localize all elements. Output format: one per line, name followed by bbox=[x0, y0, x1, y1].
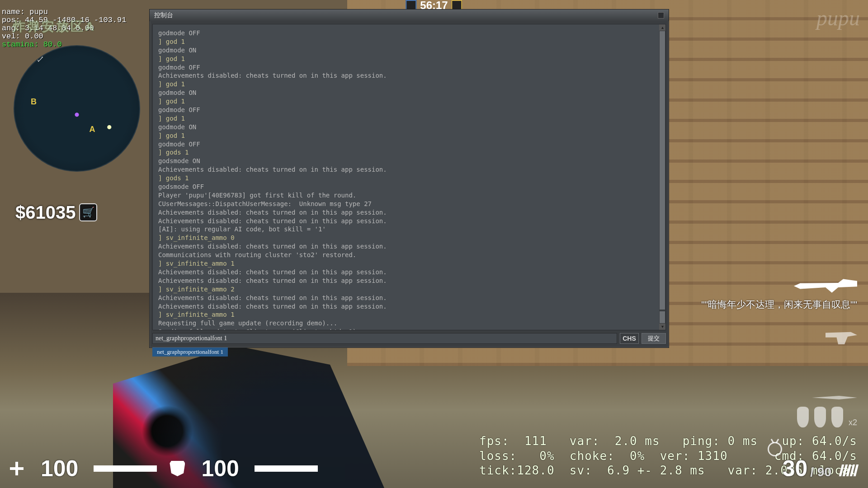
player-watermark: pupu bbox=[816, 7, 860, 29]
scroll-down-button[interactable]: ▾ bbox=[659, 324, 665, 330]
primary-weapon-name: ""暗悔年少不达理，闲来无事自叹息"" bbox=[701, 298, 857, 311]
console-line: godmode ON bbox=[158, 46, 660, 55]
developer-console[interactable]: 控制台 godmode OFF] god 1godmode ON] god 1g… bbox=[149, 9, 669, 348]
console-output[interactable]: godmode OFF] god 1godmode ON] god 1godmo… bbox=[152, 24, 666, 330]
console-line: Achievements disabled: cheats turned on … bbox=[158, 302, 660, 311]
console-input-row: CHS 提交 net_graphproportionalfont 1 bbox=[150, 333, 669, 347]
site-callout: 炸弹安放区A bbox=[13, 18, 96, 35]
scroll-thumb[interactable] bbox=[660, 31, 665, 310]
ammo-bullets-icon bbox=[840, 465, 857, 476]
console-line: CUserMessages::DispatchUserMessage: Unkn… bbox=[158, 200, 660, 208]
radar: ▷ B A bbox=[14, 45, 140, 172]
console-close-button[interactable] bbox=[658, 12, 664, 19]
ammo-reserve: / 90 bbox=[810, 466, 831, 479]
showpos-stamina: stamina: 80.0 bbox=[2, 40, 62, 49]
console-line: [AI]: using regular AI code, bot skill =… bbox=[158, 225, 660, 234]
console-line: Achievements disabled: cheats turned on … bbox=[158, 294, 660, 302]
health-value: 100 bbox=[41, 457, 78, 480]
health-icon bbox=[9, 461, 24, 476]
console-line: Achievements disabled: cheats turned on … bbox=[158, 165, 660, 174]
showpos-name: name: pupu bbox=[2, 8, 48, 16]
console-line: Communications with routing cluster 'sto… bbox=[158, 251, 660, 259]
knife-icon bbox=[812, 392, 857, 404]
console-line: ] god 1 bbox=[158, 80, 660, 89]
console-line: Sending full update to Client pupu (Clie… bbox=[158, 328, 660, 330]
console-line: ] sv_infinite_ammo 2 bbox=[158, 285, 660, 294]
console-line: Achievements disabled: cheats turned on … bbox=[158, 71, 660, 80]
primary-weapon-icon bbox=[794, 276, 857, 295]
console-line: Achievements disabled: cheats turned on … bbox=[158, 277, 660, 285]
console-line: godmode OFF bbox=[158, 29, 660, 38]
console-line: ] sv_infinite_ammo 0 bbox=[158, 234, 660, 242]
armor-value: 100 bbox=[201, 457, 239, 480]
hud-health-armor: 100 100 bbox=[9, 457, 318, 480]
ime-indicator[interactable]: CHS bbox=[620, 333, 639, 344]
console-line: Achievements disabled: cheats turned on … bbox=[158, 208, 660, 217]
console-titlebar[interactable]: 控制台 bbox=[150, 9, 669, 21]
armor-bar bbox=[255, 465, 318, 472]
console-line: godmode OFF bbox=[158, 63, 660, 72]
radar-site-a: A bbox=[90, 125, 95, 134]
defuser-icon bbox=[768, 442, 782, 456]
console-line: ] god 1 bbox=[158, 131, 660, 140]
console-line: ] god 1 bbox=[158, 114, 660, 123]
console-scrollbar[interactable]: ▴ ▾ bbox=[659, 24, 665, 330]
secondary-weapon-icon bbox=[826, 329, 857, 344]
netgraph-line1: fps: 111 var: 2.0 ms ping: 0 ms bbox=[479, 434, 758, 448]
console-title-text: 控制台 bbox=[154, 11, 173, 19]
console-line: Requesting full game update (recording d… bbox=[158, 319, 660, 328]
console-line: ] god 1 bbox=[158, 55, 660, 63]
scroll-up-button[interactable]: ▴ bbox=[659, 24, 665, 31]
he-grenade-icon bbox=[814, 407, 826, 427]
console-line: godmode OFF bbox=[158, 140, 660, 149]
grenade-row: x2 bbox=[797, 407, 857, 427]
console-line: godmode ON bbox=[158, 89, 660, 97]
smoke-grenade-icon bbox=[797, 407, 809, 427]
console-line: ] sv_infinite_ammo 1 bbox=[158, 310, 660, 319]
scroll-thumb-end[interactable] bbox=[660, 311, 665, 323]
console-line: godmode ON bbox=[158, 123, 660, 131]
armor-icon bbox=[170, 461, 185, 476]
console-line: ] god 1 bbox=[158, 97, 660, 106]
buy-menu-icon[interactable]: 🛒 bbox=[79, 203, 97, 221]
console-input[interactable] bbox=[152, 333, 617, 344]
netgraph-line3: tick:128.0 sv: 6.9 +- 2.8 ms var: 2.026 … bbox=[479, 464, 826, 477]
netgraph-line2: loss: 0% choke: 0% ver: 1310 bbox=[479, 449, 728, 463]
health-bar bbox=[94, 465, 157, 472]
console-line: Achievements disabled: cheats turned on … bbox=[158, 268, 660, 277]
console-line: Achievements disabled: cheats turned on … bbox=[158, 242, 660, 251]
ammo-clip: 30 bbox=[783, 457, 808, 480]
console-line: Player 'pupu'[40E96783] got first kill o… bbox=[158, 191, 660, 200]
ammo-display: 30 / 90 bbox=[783, 457, 857, 480]
console-line: ] gods 1 bbox=[158, 174, 660, 183]
netgraph-up: up: 64.0/s bbox=[782, 434, 857, 448]
console-line: ] gods 1 bbox=[158, 148, 660, 157]
weapon-panel: ""暗悔年少不达理，闲来无事自叹息"" bbox=[701, 276, 857, 404]
console-line: ] sv_infinite_ammo 1 bbox=[158, 259, 660, 268]
money-display: $61035 🛒 bbox=[15, 203, 97, 221]
flash-count: x2 bbox=[849, 418, 857, 427]
console-line: godsmode OFF bbox=[158, 183, 660, 191]
console-line: godsmode ON bbox=[158, 157, 660, 165]
console-autocomplete[interactable]: net_graphproportionalfont 1 bbox=[152, 347, 228, 357]
money-amount: $61035 bbox=[15, 203, 75, 221]
radar-site-b: B bbox=[31, 97, 37, 107]
console-submit-button[interactable]: 提交 bbox=[642, 333, 666, 344]
console-line: Achievements disabled: cheats turned on … bbox=[158, 217, 660, 225]
console-line: godmode OFF bbox=[158, 106, 660, 114]
radar-north-icon: ▷ bbox=[35, 52, 45, 63]
flash-grenade-icon bbox=[831, 407, 843, 427]
console-line: ] god 1 bbox=[158, 38, 660, 46]
